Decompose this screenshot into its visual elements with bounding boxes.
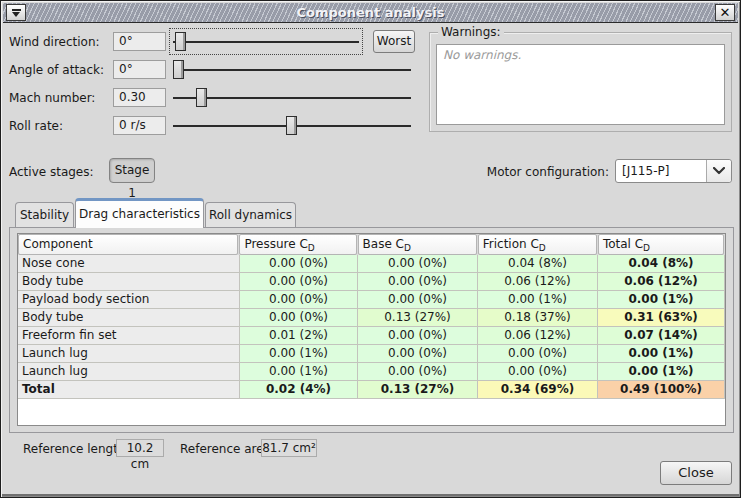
value-cell: 0.00 (1%) (240, 345, 358, 363)
component-cell: Payload body section (18, 291, 240, 309)
mach-number-label: Mach number: (9, 91, 111, 105)
tab-drag-characteristics[interactable]: Drag characteristics (75, 198, 204, 228)
stage-1-toggle-button[interactable]: Stage 1 (109, 158, 155, 183)
value-cell: 0.06 (12%) (478, 327, 598, 345)
angle-of-attack-field[interactable]: 0° (113, 60, 166, 79)
wind-direction-label: Wind direction: (9, 35, 111, 49)
value-cell: 0.13 (27%) (358, 309, 478, 327)
value-cell: 0.00 (0%) (240, 255, 358, 273)
value-cell: 0.00 (0%) (358, 273, 478, 291)
slider-thumb[interactable] (286, 116, 297, 135)
mach-number-slider[interactable] (173, 88, 411, 107)
reference-area-value: 81.7 cm² (261, 439, 317, 457)
tab-stability[interactable]: Stability (15, 202, 74, 227)
motor-configuration-value: [J115-P] (622, 160, 669, 182)
value-cell: 0.00 (1%) (478, 291, 598, 309)
component-cell: Body tube (18, 309, 240, 327)
worst-button[interactable]: Worst (373, 30, 415, 53)
column-header-1[interactable]: Pressure CD (239, 234, 356, 255)
roll-rate-slider[interactable] (173, 116, 411, 135)
table-row[interactable]: Body tube0.00 (0%)0.13 (27%)0.18 (37%)0.… (18, 309, 725, 327)
value-cell: 0.06 (12%) (598, 273, 725, 291)
value-cell: 0.04 (8%) (478, 255, 598, 273)
chevron-down-icon[interactable] (706, 160, 731, 182)
value-cell: 0.34 (69%) (478, 381, 598, 399)
slider-thumb[interactable] (175, 32, 186, 51)
slider-track (173, 41, 359, 43)
column-header-0[interactable]: Component (18, 234, 238, 255)
reference-length-value: 10.2 cm (116, 439, 164, 457)
window-title: Component analysis (3, 3, 738, 23)
value-cell: 0.00 (0%) (358, 363, 478, 381)
motor-configuration-select[interactable]: [J115-P] (615, 159, 732, 183)
table-row[interactable]: Payload body section0.00 (0%)0.00 (0%)0.… (18, 291, 725, 309)
value-cell: 0.00 (1%) (598, 345, 725, 363)
value-cell: 0.00 (0%) (240, 291, 358, 309)
component-cell: Body tube (18, 273, 240, 291)
value-cell: 0.13 (27%) (358, 381, 478, 399)
table-row[interactable]: Launch lug0.00 (1%)0.00 (0%)0.00 (0%)0.0… (18, 363, 725, 381)
close-icon: ✕ (720, 5, 731, 20)
value-cell: 0.00 (1%) (598, 291, 725, 309)
value-cell: 0.00 (0%) (240, 273, 358, 291)
value-cell: 0.00 (1%) (240, 363, 358, 381)
close-button[interactable]: Close (660, 461, 732, 485)
slider-thumb[interactable] (196, 88, 207, 107)
component-cell: Total (18, 381, 240, 399)
slider-thumb[interactable] (173, 60, 184, 79)
drag-table: ComponentPressure CDBase CDFriction CDTo… (18, 234, 725, 399)
value-cell: 0.04 (8%) (598, 255, 725, 273)
mach-number-field[interactable]: 0.30 (113, 88, 166, 107)
component-cell: Launch lug (18, 363, 240, 381)
table-body: Nose cone0.00 (0%)0.00 (0%)0.04 (8%)0.04… (18, 255, 725, 399)
motor-configuration-label: Motor configuration: (469, 165, 609, 179)
value-cell: 0.00 (0%) (478, 363, 598, 381)
value-cell: 0.31 (63%) (598, 309, 725, 327)
column-header-4[interactable]: Total CD (598, 234, 724, 255)
reference-length-label: Reference length: (23, 442, 130, 456)
table-row[interactable]: Launch lug0.00 (1%)0.00 (0%)0.00 (0%)0.0… (18, 345, 725, 363)
value-cell: 0.00 (0%) (478, 345, 598, 363)
value-cell: 0.02 (4%) (240, 381, 358, 399)
tab-roll-dynamics[interactable]: Roll dynamics (205, 202, 296, 227)
value-cell: 0.49 (100%) (598, 381, 725, 399)
wind-direction-slider[interactable] (173, 32, 359, 51)
value-cell: 0.00 (0%) (358, 345, 478, 363)
value-cell: 0.00 (0%) (358, 327, 478, 345)
angle-of-attack-slider[interactable] (173, 60, 411, 79)
value-cell: 0.06 (12%) (478, 273, 598, 291)
value-cell: 0.18 (37%) (478, 309, 598, 327)
active-stages-label: Active stages: (9, 165, 94, 179)
component-cell: Freeform fin set (18, 327, 240, 345)
warnings-group: Warnings: No warnings. (429, 32, 732, 132)
roll-rate-field[interactable]: 0 r/s (113, 116, 166, 135)
table-row[interactable]: Nose cone0.00 (0%)0.00 (0%)0.04 (8%)0.04… (18, 255, 725, 273)
component-analysis-dialog: Component analysis ✕ Wind direction: Ang… (0, 0, 741, 498)
value-cell: 0.00 (0%) (240, 309, 358, 327)
slider-track (173, 69, 411, 71)
value-cell: 0.00 (0%) (358, 291, 478, 309)
title-bar[interactable]: Component analysis ✕ (3, 3, 738, 23)
table-scrollpane[interactable]: ComponentPressure CDBase CDFriction CDTo… (17, 233, 726, 426)
column-header-2[interactable]: Base CD (358, 234, 477, 255)
table-row[interactable]: Body tube0.00 (0%)0.00 (0%)0.06 (12%)0.0… (18, 273, 725, 291)
window-close-button[interactable]: ✕ (715, 4, 735, 21)
component-cell: Nose cone (18, 255, 240, 273)
table-row[interactable]: Freeform fin set0.01 (2%)0.00 (0%)0.06 (… (18, 327, 725, 345)
angle-of-attack-label: Angle of attack: (9, 63, 111, 77)
value-cell: 0.07 (14%) (598, 327, 725, 345)
table-row[interactable]: Total0.02 (4%)0.13 (27%)0.34 (69%)0.49 (… (18, 381, 725, 399)
drag-characteristics-panel: ComponentPressure CDBase CDFriction CDTo… (9, 227, 734, 433)
roll-rate-label: Roll rate: (9, 119, 111, 133)
warnings-title: Warnings: (438, 25, 504, 39)
warnings-list: No warnings. (436, 44, 725, 125)
slider-track (173, 97, 411, 99)
value-cell: 0.00 (0%) (358, 255, 478, 273)
component-cell: Launch lug (18, 345, 240, 363)
column-header-3[interactable]: Friction CD (478, 234, 597, 255)
table-header-row: ComponentPressure CDBase CDFriction CDTo… (18, 234, 725, 255)
value-cell: 0.00 (1%) (598, 363, 725, 381)
wind-direction-field[interactable]: 0° (113, 32, 166, 51)
value-cell: 0.01 (2%) (240, 327, 358, 345)
